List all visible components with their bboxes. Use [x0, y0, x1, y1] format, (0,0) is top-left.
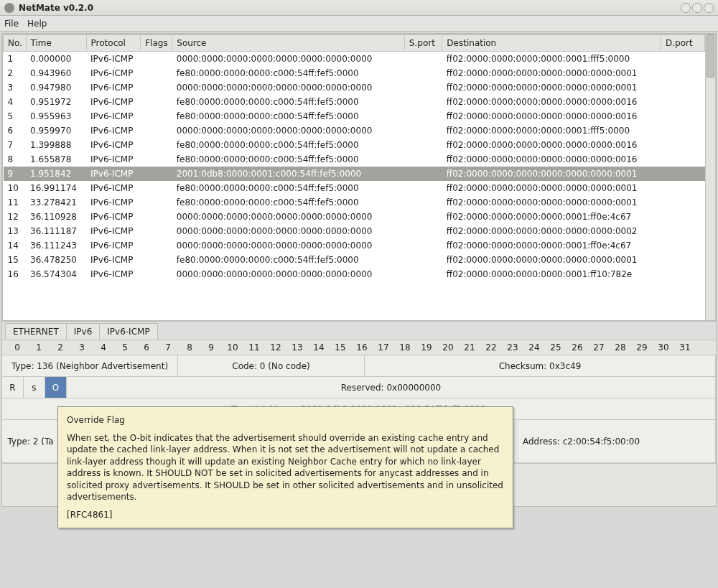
cell-time: 36.478250 — [26, 253, 86, 267]
cell-proto: IPv6-ICMP — [86, 210, 141, 224]
byte-index: 25 — [545, 342, 567, 353]
table-row[interactable]: 91.951842IPv6-ICMP2001:0db8:0000:0001:c0… — [4, 167, 705, 181]
cell-time: 0.943960 — [26, 66, 86, 80]
cell-dport — [661, 95, 705, 109]
column-header[interactable]: Source — [172, 35, 405, 52]
byte-index: 23 — [502, 342, 523, 353]
cell-time: 1.655878 — [26, 152, 86, 167]
cell-dport — [661, 238, 705, 253]
cell-src: 0000:0000:0000:0000:0000:0000:0000:0000 — [172, 123, 405, 138]
cell-no: 11 — [4, 195, 27, 210]
cell-no: 10 — [4, 181, 27, 195]
cell-time: 36.111243 — [26, 238, 86, 253]
cell-proto: IPv6-ICMP — [86, 224, 141, 238]
packet-table[interactable]: No.TimeProtocolFlagsSourceS.portDestinat… — [3, 34, 705, 281]
minimize-icon[interactable] — [681, 3, 691, 13]
cell-sport — [404, 109, 442, 123]
cell-proto: IPv6-ICMP — [86, 152, 141, 167]
cell-time: 0.951972 — [26, 95, 86, 109]
table-row[interactable]: 1016.991174IPv6-ICMPfe80:0000:0000:0000:… — [4, 181, 705, 195]
cell-proto: IPv6-ICMP — [86, 95, 141, 109]
tooltip-title: Override Flag — [67, 414, 504, 426]
table-row[interactable]: 81.655878IPv6-ICMPfe80:0000:0000:0000:c0… — [4, 152, 705, 167]
cell-dport — [661, 253, 705, 267]
menu-file[interactable]: File — [4, 19, 19, 29]
cell-proto: IPv6-ICMP — [86, 238, 141, 253]
cell-dport — [661, 210, 705, 224]
cell-time: 16.991174 — [26, 181, 86, 195]
table-row[interactable]: 1436.111243IPv6-ICMP0000:0000:0000:0000:… — [4, 238, 705, 253]
cell-dport — [661, 80, 705, 95]
maximize-icon[interactable] — [692, 3, 702, 13]
flag-o-bit[interactable]: O — [45, 377, 67, 398]
cell-no: 4 — [4, 95, 27, 109]
byte-index: 1 — [28, 342, 50, 353]
column-header[interactable]: Flags — [141, 35, 172, 52]
byte-index: 7 — [157, 342, 179, 353]
cell-no: 16 — [4, 267, 27, 281]
cell-flags — [141, 267, 172, 281]
table-row[interactable]: 1636.574304IPv6-ICMP0000:0000:0000:0000:… — [4, 267, 705, 281]
byte-index: 4 — [93, 342, 114, 353]
column-header[interactable]: D.port — [661, 35, 705, 52]
flag-r-bit[interactable]: R — [2, 377, 24, 398]
column-header[interactable]: Protocol — [86, 35, 141, 52]
cell-time: 0.955963 — [26, 109, 86, 123]
column-header[interactable]: Destination — [442, 35, 661, 52]
table-row[interactable]: 1236.110928IPv6-ICMP0000:0000:0000:0000:… — [4, 210, 705, 224]
cell-time: 33.278421 — [26, 195, 86, 210]
cell-src: fe80:0000:0000:0000:c000:54ff:fef5:0000 — [172, 95, 405, 109]
cell-sport — [404, 95, 442, 109]
cell-dport — [661, 267, 705, 281]
byte-index: 22 — [480, 342, 502, 353]
cell-dst: ff02:0000:0000:0000:0000:0001:ff0e:4c67 — [442, 210, 661, 224]
byte-index: 18 — [394, 342, 416, 353]
vertical-scrollbar[interactable] — [705, 34, 715, 320]
tooltip-reference: [RFC4861] — [67, 509, 504, 521]
table-row[interactable]: 10.000000IPv6-ICMP0000:0000:0000:0000:00… — [4, 52, 705, 67]
cell-flags — [141, 138, 172, 152]
table-row[interactable]: 30.947980IPv6-ICMP0000:0000:0000:0000:00… — [4, 80, 705, 95]
field-checksum[interactable]: Checksum: 0x3c49 — [365, 355, 716, 376]
table-row[interactable]: 1336.111187IPv6-ICMP0000:0000:0000:0000:… — [4, 224, 705, 238]
table-row[interactable]: 20.943960IPv6-ICMPfe80:0000:0000:0000:c0… — [4, 66, 705, 80]
table-row[interactable]: 40.951972IPv6-ICMPfe80:0000:0000:0000:c0… — [4, 95, 705, 109]
byte-index: 19 — [416, 342, 437, 353]
byte-index: 12 — [265, 342, 286, 353]
proto-tab[interactable]: IPv6 — [66, 323, 101, 340]
byte-index: 30 — [653, 342, 674, 353]
menu-help[interactable]: Help — [27, 19, 47, 29]
column-header[interactable]: Time — [26, 35, 86, 52]
cell-proto: IPv6-ICMP — [86, 138, 141, 152]
cell-proto: IPv6-ICMP — [86, 52, 141, 67]
field-tlv-type[interactable]: Type: 2 (Ta — [2, 420, 60, 462]
cell-dst: ff02:0000:0000:0000:0000:0000:0000:0016 — [442, 95, 661, 109]
proto-tab[interactable]: ETHERNET — [5, 323, 67, 340]
override-flag-tooltip: Override Flag When set, the O-bit indica… — [57, 406, 513, 528]
proto-tab[interactable]: IPv6-ICMP — [99, 323, 157, 340]
byte-index: 15 — [330, 342, 351, 353]
column-header[interactable]: No. — [4, 35, 27, 52]
field-type[interactable]: Type: 136 (Neighbor Advertisement) — [2, 355, 178, 376]
table-row[interactable]: 60.959970IPv6-ICMP0000:0000:0000:0000:00… — [4, 123, 705, 138]
flag-s-bit[interactable]: s — [24, 377, 45, 398]
byte-index: 3 — [71, 342, 93, 353]
table-row[interactable]: 1133.278421IPv6-ICMPfe80:0000:0000:0000:… — [4, 195, 705, 210]
byte-index: 2 — [50, 342, 71, 353]
table-row[interactable]: 1536.478250IPv6-ICMPfe80:0000:0000:0000:… — [4, 253, 705, 267]
byte-index: 9 — [200, 342, 222, 353]
cell-sport — [404, 267, 442, 281]
field-link-layer-address[interactable]: Address: c2:00:54:f5:00:00 — [518, 420, 716, 462]
table-header-row[interactable]: No.TimeProtocolFlagsSourceS.portDestinat… — [4, 35, 705, 52]
table-row[interactable]: 71.399888IPv6-ICMPfe80:0000:0000:0000:c0… — [4, 138, 705, 152]
cell-src: 0000:0000:0000:0000:0000:0000:0000:0000 — [172, 80, 405, 95]
cell-dst: ff02:0000:0000:0000:0000:0001:ff0e:4c67 — [442, 238, 661, 253]
scrollbar-thumb[interactable] — [707, 34, 714, 78]
table-row[interactable]: 50.955963IPv6-ICMPfe80:0000:0000:0000:c0… — [4, 109, 705, 123]
field-reserved[interactable]: Reserved: 0x00000000 — [67, 377, 716, 398]
cell-sport — [404, 167, 442, 181]
cell-proto: IPv6-ICMP — [86, 109, 141, 123]
close-icon[interactable] — [704, 3, 714, 13]
column-header[interactable]: S.port — [404, 35, 442, 52]
field-code[interactable]: Code: 0 (No code) — [178, 355, 365, 376]
